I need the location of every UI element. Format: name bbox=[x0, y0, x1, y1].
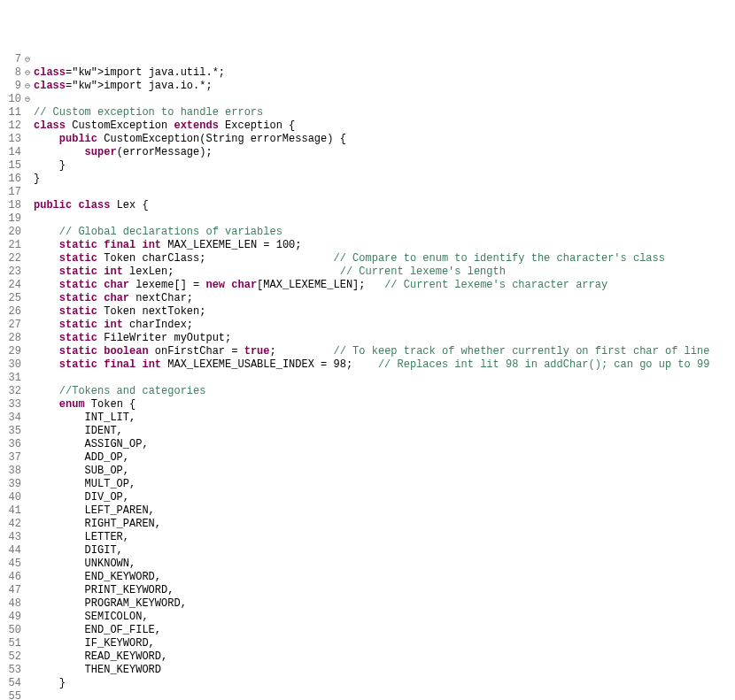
line-number: 26 bbox=[0, 305, 21, 319]
code-line[interactable]: static char lexeme[] = new char[MAX_LEXE… bbox=[34, 279, 709, 292]
code-line[interactable]: LETTER, bbox=[34, 531, 709, 544]
code-line[interactable]: SUB_OP, bbox=[34, 465, 709, 478]
line-number: 44 bbox=[0, 544, 21, 558]
line-number: 13 bbox=[0, 133, 21, 146]
code-line[interactable]: public CustomException(String errorMessa… bbox=[34, 133, 709, 146]
code-line[interactable]: THEN_KEYWORD bbox=[34, 664, 709, 677]
code-line[interactable]: INT_LIT, bbox=[34, 412, 709, 425]
line-number: 54 bbox=[0, 677, 21, 690]
fold-toggle[interactable]: ⊖ bbox=[23, 93, 32, 106]
fold-toggle[interactable]: ⊖ bbox=[23, 66, 32, 80]
line-number: 50 bbox=[0, 624, 21, 637]
line-number: 12 bbox=[0, 119, 21, 133]
fold-column[interactable]: ⊖⊖⊖⊖ bbox=[23, 53, 32, 700]
line-number: 10 bbox=[0, 93, 21, 106]
line-number: 51 bbox=[0, 637, 21, 650]
code-line[interactable]: static boolean onFirstChar = true; // To… bbox=[34, 345, 709, 358]
line-number: 33 bbox=[0, 398, 21, 412]
line-number: 28 bbox=[0, 332, 21, 345]
code-line[interactable]: super(errorMessage); bbox=[34, 146, 709, 159]
line-number: 8 bbox=[0, 66, 21, 80]
line-number: 30 bbox=[0, 358, 21, 372]
line-number: 9 bbox=[0, 80, 21, 93]
code-line[interactable] bbox=[34, 93, 709, 106]
code-line[interactable]: IDENT, bbox=[34, 425, 709, 438]
code-line[interactable]: static Token nextToken; bbox=[34, 305, 709, 319]
code-line[interactable] bbox=[34, 690, 709, 700]
code-line[interactable]: ADD_OP, bbox=[34, 451, 709, 465]
line-number: 18 bbox=[0, 199, 21, 212]
code-line[interactable]: static Token charClass; // Compare to en… bbox=[34, 252, 709, 265]
line-number: 31 bbox=[0, 372, 21, 385]
code-line[interactable]: LEFT_PAREN, bbox=[34, 504, 709, 518]
line-number: 16 bbox=[0, 173, 21, 186]
code-line[interactable] bbox=[34, 53, 709, 66]
code-line[interactable]: static int lexLen; // Current lexeme's l… bbox=[34, 265, 709, 279]
line-number: 39 bbox=[0, 478, 21, 491]
line-number: 23 bbox=[0, 265, 21, 279]
line-number: 15 bbox=[0, 159, 21, 173]
code-editor[interactable]: 7891011121314151617181920212223242526272… bbox=[0, 53, 735, 700]
code-line[interactable]: SEMICOLON, bbox=[34, 611, 709, 624]
code-line[interactable]: class CustomException extends Exception … bbox=[34, 119, 709, 133]
code-line[interactable]: PRINT_KEYWORD, bbox=[34, 584, 709, 597]
code-line[interactable] bbox=[34, 186, 709, 199]
line-number: 42 bbox=[0, 518, 21, 531]
code-line[interactable]: } bbox=[34, 173, 709, 186]
code-line[interactable]: END_OF_FILE, bbox=[34, 624, 709, 637]
code-line[interactable] bbox=[34, 212, 709, 226]
line-number: 48 bbox=[0, 597, 21, 611]
code-line[interactable]: // Custom exception to handle errors bbox=[34, 106, 709, 119]
line-number: 25 bbox=[0, 292, 21, 305]
line-number: 38 bbox=[0, 465, 21, 478]
code-line[interactable]: DIV_OP, bbox=[34, 491, 709, 504]
line-number: 37 bbox=[0, 451, 21, 465]
code-line[interactable]: //Tokens and categories bbox=[34, 385, 709, 398]
code-line[interactable]: ASSIGN_OP, bbox=[34, 438, 709, 451]
line-number: 32 bbox=[0, 385, 21, 398]
line-number: 43 bbox=[0, 531, 21, 544]
line-number: 47 bbox=[0, 584, 21, 597]
line-number: 7 bbox=[0, 53, 21, 66]
code-line[interactable]: static FileWriter myOutput; bbox=[34, 332, 709, 345]
line-number: 35 bbox=[0, 425, 21, 438]
code-line[interactable]: MULT_OP, bbox=[34, 478, 709, 491]
code-line[interactable]: public class Lex { bbox=[34, 199, 709, 212]
code-line[interactable]: static final int MAX_LEXEME_USABLE_INDEX… bbox=[34, 358, 709, 372]
line-number: 17 bbox=[0, 186, 21, 199]
fold-toggle[interactable]: ⊖ bbox=[23, 80, 32, 93]
code-area[interactable]: class="kw">import java.util.*;class="kw"… bbox=[32, 53, 709, 700]
fold-toggle[interactable]: ⊖ bbox=[23, 53, 32, 66]
code-line[interactable]: READ_KEYWORD, bbox=[34, 650, 709, 664]
line-number: 19 bbox=[0, 212, 21, 226]
code-line[interactable]: END_KEYWORD, bbox=[34, 571, 709, 584]
line-number: 36 bbox=[0, 438, 21, 451]
line-number: 29 bbox=[0, 345, 21, 358]
code-line[interactable]: } bbox=[34, 159, 709, 173]
line-number: 53 bbox=[0, 664, 21, 677]
code-line[interactable]: RIGHT_PAREN, bbox=[34, 518, 709, 531]
code-line[interactable] bbox=[34, 372, 709, 385]
line-number: 41 bbox=[0, 504, 21, 518]
code-line[interactable]: class="kw">import java.io.*; bbox=[34, 80, 709, 93]
line-number: 34 bbox=[0, 412, 21, 425]
line-number: 24 bbox=[0, 279, 21, 292]
code-line[interactable]: static char nextChar; bbox=[34, 292, 709, 305]
line-number: 22 bbox=[0, 252, 21, 265]
code-line[interactable]: class="kw">import java.util.*; bbox=[34, 66, 709, 80]
code-line[interactable]: enum Token { bbox=[34, 398, 709, 412]
code-line[interactable]: DIGIT, bbox=[34, 544, 709, 558]
line-number: 20 bbox=[0, 226, 21, 239]
line-number: 45 bbox=[0, 558, 21, 571]
code-line[interactable]: static int charIndex; bbox=[34, 319, 709, 332]
code-line[interactable]: // Global declarations of variables bbox=[34, 226, 709, 239]
line-number: 52 bbox=[0, 650, 21, 664]
line-number: 14 bbox=[0, 146, 21, 159]
code-line[interactable]: UNKNOWN, bbox=[34, 558, 709, 571]
line-number: 21 bbox=[0, 239, 21, 252]
code-line[interactable]: IF_KEYWORD, bbox=[34, 637, 709, 650]
code-line[interactable]: } bbox=[34, 677, 709, 690]
code-line[interactable]: PROGRAM_KEYWORD, bbox=[34, 597, 709, 611]
code-line[interactable]: static final int MAX_LEXEME_LEN = 100; bbox=[34, 239, 709, 252]
line-number: 55 bbox=[0, 690, 21, 700]
